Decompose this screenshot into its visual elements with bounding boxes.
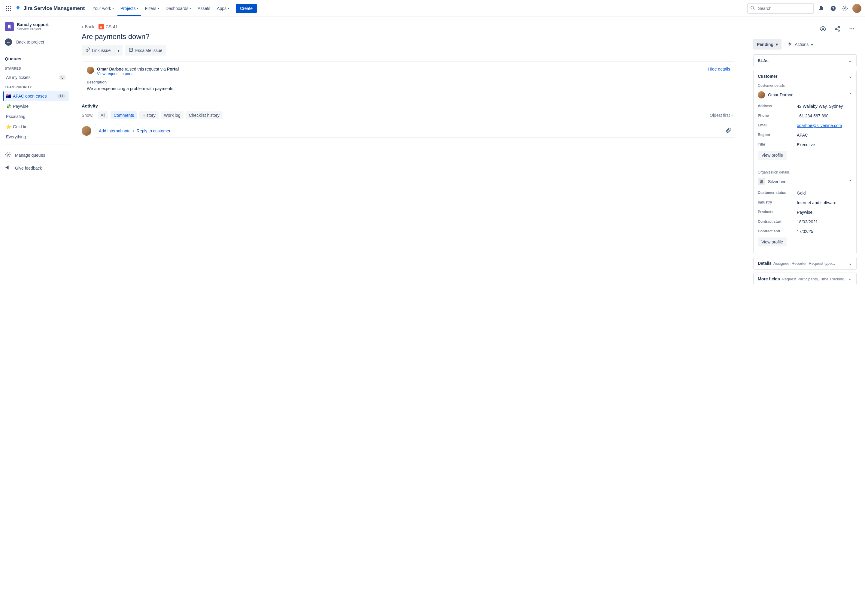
tab-checklist[interactable]: Checklist history xyxy=(186,112,223,119)
sort-button[interactable]: Oldest first xyxy=(710,113,735,118)
actions-dropdown[interactable]: Actions ▾ xyxy=(785,39,816,50)
product-name: Jira Service Management xyxy=(24,5,85,11)
settings-icon[interactable] xyxy=(840,3,850,13)
field-contract-end: Contract end17/02/25 xyxy=(758,227,852,236)
svg-point-9 xyxy=(751,6,753,9)
requester-avatar xyxy=(87,67,94,74)
project-subtitle: Service Project xyxy=(17,27,49,31)
link-icon xyxy=(85,47,90,53)
chevron-down-icon: ▾ xyxy=(190,6,191,10)
issue-content: ‹ Back ◉ CS-41 Are payments down? Link i… xyxy=(72,17,745,616)
status-dropdown[interactable]: Pending ▾ xyxy=(753,39,782,50)
queue-paywise[interactable]: 💸Paywise xyxy=(3,102,69,111)
share-icon[interactable] xyxy=(832,24,842,34)
give-feedback[interactable]: Give feedback xyxy=(3,162,69,174)
svg-line-10 xyxy=(753,8,755,9)
app-switcher-icon[interactable] xyxy=(4,3,13,13)
view-profile-button[interactable]: View profile xyxy=(758,151,786,160)
issue-key[interactable]: ◉ CS-41 xyxy=(99,24,118,30)
gear-icon xyxy=(5,152,11,159)
nav-your-work[interactable]: Your work▾ xyxy=(90,3,117,13)
field-contract-start: Contract start18/02/2021 xyxy=(758,217,852,227)
nav-apps[interactable]: Apps▾ xyxy=(214,3,232,13)
chevron-up-icon[interactable]: ⌃ xyxy=(848,93,852,97)
top-navigation: Jira Service Management Your work▾ Proje… xyxy=(0,0,865,17)
issue-title[interactable]: Are payments down? xyxy=(82,32,735,41)
chevron-down-icon: ▾ xyxy=(137,6,138,10)
back-to-project[interactable]: ← Back to project xyxy=(3,35,69,49)
org-row[interactable]: SilverLine ⌃ xyxy=(758,177,852,188)
project-header[interactable]: Banc.ly support Service Project xyxy=(3,22,69,31)
comment-field[interactable]: Add internal note / Reply to customer xyxy=(95,124,735,137)
svg-text:?: ? xyxy=(832,6,834,10)
back-link[interactable]: ‹ Back xyxy=(82,24,94,29)
lightning-icon xyxy=(788,41,792,47)
queue-gold-tier[interactable]: ⭐Gold tier xyxy=(3,122,69,132)
chevron-up-icon[interactable]: ⌃ xyxy=(848,179,852,184)
customer-details-label: Customer details xyxy=(758,83,852,88)
chevron-down-icon: ▾ xyxy=(776,42,778,47)
svg-point-30 xyxy=(853,28,854,29)
create-button[interactable]: Create xyxy=(236,4,257,13)
svg-rect-32 xyxy=(760,181,761,181)
add-internal-note[interactable]: Add internal note xyxy=(99,129,131,133)
customer-avatar xyxy=(758,91,765,99)
chevron-down-icon: ⌄ xyxy=(848,58,852,63)
svg-rect-1 xyxy=(8,6,9,7)
product-logo[interactable]: Jira Service Management xyxy=(14,5,85,12)
field-phone: Phone+61 234 567 890 xyxy=(758,111,852,121)
help-icon[interactable]: ? xyxy=(828,3,838,13)
customer-panel-header[interactable]: Customer ⌄ xyxy=(753,70,856,82)
queue-everything[interactable]: Everything xyxy=(3,132,69,142)
escalate-button[interactable]: Escalate issue xyxy=(125,45,166,55)
more-icon[interactable] xyxy=(847,24,857,34)
team-priority-label: Team Priority xyxy=(3,83,69,91)
queue-all-my-tickets[interactable]: All my tickets 5 xyxy=(3,73,69,82)
field-email: Emailodarboe@silverline.com xyxy=(758,121,852,130)
attachment-icon[interactable] xyxy=(725,127,731,134)
nav-assets[interactable]: Assets xyxy=(195,3,213,13)
user-avatar[interactable] xyxy=(852,4,861,13)
customer-person[interactable]: Omar Darboe ⌃ xyxy=(758,90,852,102)
chevron-down-icon: ▾ xyxy=(112,6,114,10)
view-org-profile-button[interactable]: View profile xyxy=(758,237,786,247)
queue-count: 5 xyxy=(59,75,66,80)
queue-apac-open-cases[interactable]: 🇦🇺APAC open cases 11 xyxy=(3,91,69,101)
org-details-label: Organization details xyxy=(758,170,852,174)
chevron-left-icon: ‹ xyxy=(82,24,83,29)
chevron-down-icon: ▾ xyxy=(811,42,813,47)
svg-rect-6 xyxy=(6,10,7,11)
jira-icon xyxy=(14,5,22,12)
email-link[interactable]: odarboe@silverline.com xyxy=(797,123,852,128)
show-label: Show: xyxy=(82,113,93,118)
svg-rect-0 xyxy=(6,6,7,7)
svg-point-13 xyxy=(845,8,846,9)
tab-history[interactable]: History xyxy=(139,112,159,119)
tab-worklog[interactable]: Work log xyxy=(161,112,184,119)
tab-all[interactable]: All xyxy=(98,112,109,119)
view-in-portal-link[interactable]: View request in portal xyxy=(97,71,705,76)
svg-point-25 xyxy=(838,30,840,31)
queue-escalating[interactable]: Escalating xyxy=(3,112,69,121)
sort-icon xyxy=(731,113,735,118)
watch-icon[interactable] xyxy=(818,24,828,34)
svg-rect-33 xyxy=(762,181,762,181)
svg-rect-34 xyxy=(760,181,761,182)
notifications-icon[interactable] xyxy=(816,3,826,13)
link-issue-button[interactable]: Link issue xyxy=(82,45,114,55)
field-industry: IndustryInternet and software xyxy=(758,198,852,207)
tab-comments[interactable]: Comments xyxy=(110,112,137,119)
search-input[interactable] xyxy=(747,3,814,14)
details-panel-header[interactable]: DetailsAssignee, Reporter, Request type.… xyxy=(753,257,856,269)
reply-to-customer[interactable]: Reply to customer xyxy=(137,129,171,133)
queue-count: 11 xyxy=(57,94,66,99)
more-fields-panel-header[interactable]: More fieldsRequest Participants, Time Tr… xyxy=(753,273,856,285)
nav-dashboards[interactable]: Dashboards▾ xyxy=(163,3,194,13)
svg-line-26 xyxy=(837,27,838,28)
slas-panel-header[interactable]: SLAs ⌄ xyxy=(753,55,856,67)
link-issue-dropdown[interactable]: ▾ xyxy=(114,45,123,55)
nav-filters[interactable]: Filters▾ xyxy=(142,3,162,13)
nav-projects[interactable]: Projects▾ xyxy=(118,1,142,16)
hide-details-link[interactable]: Hide details xyxy=(708,67,730,71)
manage-queues[interactable]: Manage queues xyxy=(3,149,69,162)
